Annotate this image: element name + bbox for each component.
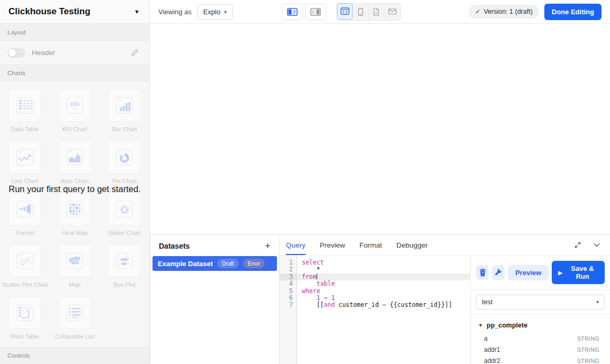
data-table-icon: [8, 89, 41, 122]
version-text: Version: 1 (draft): [483, 8, 532, 15]
tab-debugger[interactable]: Debugger: [397, 235, 428, 255]
mobile-view-button[interactable]: [353, 4, 369, 20]
chevron-down-icon: ▾: [224, 9, 227, 15]
chart-card-collapsible-list[interactable]: Collapsible List: [50, 294, 100, 345]
error-status-badge: Error: [243, 259, 265, 268]
line-chart-icon: [8, 141, 41, 174]
chart-card-label: Collapsible List: [55, 333, 94, 340]
chart-card-label: Bar Chart: [112, 126, 137, 132]
desktop-code-icon: [340, 7, 349, 15]
schema-column-row[interactable]: a STRING: [471, 333, 610, 344]
bar-chart-icon: [108, 89, 141, 122]
chart-card-spider[interactable]: Spider Chart: [100, 190, 149, 241]
version-badge[interactable]: ✓ Version: 1 (draft): [469, 5, 539, 19]
line-number: 6: [280, 295, 297, 302]
top-bar-right: ✓ Version: 1 (draft) Done Editing: [469, 4, 604, 20]
chart-card-bar[interactable]: Bar Chart: [100, 87, 149, 138]
email-view-button[interactable]: [384, 4, 400, 20]
section-controls: Controls: [0, 347, 149, 364]
line-number: 4: [280, 280, 297, 287]
code-line: *: [297, 266, 470, 273]
email-icon: [388, 8, 397, 15]
title-caret-icon[interactable]: ▼: [134, 8, 140, 15]
area-chart-icon: [58, 141, 91, 174]
collapse-caret-icon: ▾: [479, 322, 482, 328]
chart-card-label: Scatter Plot Chart: [2, 281, 48, 288]
mobile-icon: [358, 8, 363, 16]
schema-column-row[interactable]: addr1 STRING: [471, 344, 610, 356]
query-tools-button[interactable]: [492, 265, 505, 280]
save-and-run-button[interactable]: ▶ Save & Run: [552, 261, 605, 284]
datasets-panel: Datasets + Example Dataset Draft Error: [150, 235, 280, 364]
text-cursor: [317, 274, 317, 279]
column-type: STRING: [577, 358, 599, 364]
chart-card-funnel[interactable]: Funnel: [0, 190, 50, 241]
pdf-view-button[interactable]: [369, 4, 384, 20]
chart-card-line[interactable]: Line Chart: [0, 139, 50, 189]
query-editor-region: Query Preview Format Debugger: [280, 235, 610, 364]
schema-column-row[interactable]: addr2 STRING: [471, 356, 610, 364]
editor-tabs: Query Preview Format Debugger: [280, 235, 428, 255]
schema-table-header[interactable]: ▾ pp_complete: [471, 317, 610, 333]
code-line: [[and customer_id = {{customer_id}}]]: [297, 302, 470, 308]
done-editing-button[interactable]: Done Editing: [544, 4, 602, 20]
chart-card-label: Box Plot: [114, 281, 136, 288]
header-toggle-row: Header: [0, 41, 149, 65]
preview-button[interactable]: Preview: [508, 265, 549, 280]
tab-format[interactable]: Format: [360, 235, 382, 255]
delete-dataset-button[interactable]: [476, 265, 489, 280]
line-number: 1: [280, 259, 297, 266]
toggle-knob: [8, 49, 16, 57]
add-dataset-button[interactable]: +: [265, 242, 271, 250]
line-number: 5: [280, 288, 297, 295]
dashboard-title-menu[interactable]: Clickhouse Testing ▼: [0, 0, 150, 23]
line-number: 7: [280, 302, 297, 308]
pdf-document-icon: [373, 8, 380, 16]
dataset-list-item[interactable]: Example Dataset Draft Error: [152, 256, 277, 271]
chart-card-data-table[interactable]: Data Table: [0, 87, 50, 138]
data-source-select[interactable]: test ▾: [476, 295, 605, 310]
dashboard-canvas[interactable]: [150, 24, 610, 234]
chart-card-pivot-table[interactable]: Pivot Table: [0, 294, 50, 345]
chart-card-label: KPI Chart: [62, 126, 87, 132]
draft-status-badge: Draft: [217, 259, 239, 268]
chart-card-map[interactable]: Map: [50, 242, 100, 293]
edit-pencil-icon[interactable]: [131, 49, 139, 57]
chart-card-box-plot[interactable]: Box Plot: [100, 242, 149, 293]
line-number: 2: [280, 266, 297, 273]
chart-card-label: Data Table: [11, 126, 39, 132]
code-line: where: [297, 288, 470, 295]
empty-state-message: Run your first query to get started.: [6, 184, 143, 194]
save-and-run-label: Save & Run: [567, 265, 598, 280]
chart-card-scatter[interactable]: Scatter Plot Chart: [0, 242, 50, 293]
collapse-panel-chevron-icon[interactable]: [593, 243, 600, 248]
top-bar: Clickhouse Testing ▼ Viewing as Explo ▾: [0, 0, 610, 24]
datasets-header: Datasets +: [150, 235, 279, 255]
column-name: addr1: [484, 346, 500, 353]
datasets-title: Datasets: [159, 242, 190, 250]
chart-card-label: Funnel: [16, 230, 34, 236]
chart-card-kpi[interactable]: KPI KPI Chart: [50, 87, 100, 138]
tab-preview[interactable]: Preview: [320, 235, 345, 255]
chart-card-heat-map[interactable]: Heat Map: [50, 190, 100, 241]
sql-code-editor[interactable]: 1 2 3 4 5 6 7 select * from table wher: [280, 256, 470, 364]
line-number: 3: [280, 274, 297, 280]
app-root: Clickhouse Testing ▼ Viewing as Explo ▾: [0, 0, 610, 364]
code-line-active: from: [297, 274, 470, 280]
header-toggle[interactable]: [7, 48, 25, 58]
toggle-right-panel-button[interactable]: [305, 4, 326, 20]
viewing-as-dropdown[interactable]: Explo ▾: [197, 4, 234, 20]
chart-card-pie[interactable]: Pie Chart: [100, 139, 149, 189]
chart-card-area[interactable]: Area Chart: [50, 139, 100, 189]
tab-query[interactable]: Query: [286, 235, 306, 255]
expand-panel-icon[interactable]: [574, 241, 581, 249]
toggle-left-panel-button[interactable]: [282, 4, 303, 20]
chart-card-label: Heat Map: [62, 230, 87, 236]
code-line: select: [297, 259, 470, 266]
scatter-plot-icon: [8, 244, 41, 277]
chart-type-grid: Data Table KPI KPI Chart Bar Chart Line …: [0, 81, 149, 347]
desktop-view-button[interactable]: [337, 3, 353, 20]
chart-card-label: Spider Chart: [108, 230, 141, 236]
wrench-icon: [494, 268, 503, 277]
viewing-as-group: Viewing as Explo ▾: [158, 4, 233, 20]
